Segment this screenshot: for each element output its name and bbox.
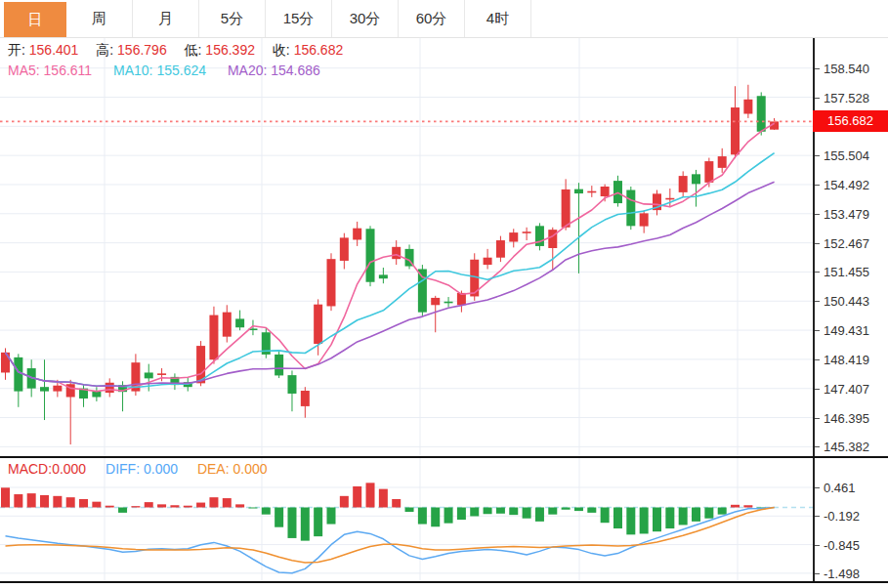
ma20-label: MA20: — [228, 63, 267, 78]
axis-label: 158.540 — [824, 61, 869, 75]
dea-label: DEA: — [197, 461, 230, 477]
axis-label: 149.431 — [824, 323, 869, 338]
axis-tick — [815, 330, 820, 331]
quote-row: 开: 156.401 高: 156.796 低: 156.392 收: 156.… — [8, 42, 357, 60]
axis-tick — [815, 272, 820, 273]
axis-label: 146.395 — [824, 410, 869, 425]
axis-tick — [815, 487, 820, 488]
diff-readout: DIFF: 0.000 — [106, 461, 178, 477]
tab-week[interactable]: 周 — [66, 0, 133, 37]
axis-label: 0.461 — [824, 481, 856, 495]
ma10-value: 155.624 — [156, 63, 206, 78]
ma20-readout: MA20: 154.686 — [228, 63, 320, 78]
macd-label: MACD: — [8, 461, 52, 477]
axis-label: 150.443 — [824, 294, 869, 309]
axis-tick — [815, 359, 820, 360]
axis-label: -0.845 — [824, 537, 860, 552]
bottom-border — [0, 581, 888, 583]
tab-m15[interactable]: 15分 — [266, 0, 332, 37]
dea-readout: DEA: 0.000 — [197, 461, 268, 477]
axis-label: 152.467 — [824, 235, 869, 250]
price-axis: 158.540157.528156.516155.504154.492153.4… — [813, 38, 888, 456]
axis-label: 145.382 — [824, 440, 869, 454]
axis-tick — [815, 98, 820, 99]
axis-label: -0.192 — [824, 509, 860, 524]
axis-tick — [815, 389, 820, 390]
diff-value: 0.000 — [144, 461, 178, 477]
axis-tick — [815, 185, 820, 186]
ma5-label: MA5: — [8, 63, 40, 78]
high-value: 156.796 — [117, 42, 167, 58]
ma5-value: 156.611 — [44, 63, 93, 78]
low-label: 低: — [185, 42, 202, 58]
candlestick-chart-pane[interactable] — [0, 38, 813, 457]
macd-axis: 0.461-0.192-0.845-1.498 — [813, 458, 888, 581]
macd-value: 0.000 — [52, 461, 86, 477]
axis-label: 155.504 — [824, 148, 869, 163]
axis-tick — [815, 516, 820, 517]
axis-tick — [815, 214, 820, 215]
macd-readout-row: MACD:0.000 DIFF: 0.000 DEA: 0.000 — [8, 461, 268, 477]
axis-tick — [815, 68, 820, 69]
open-label: 开: — [8, 42, 25, 58]
trading-chart-app: 日周月5分15分30分60分4时 开: 156.401 高: 156.796 低… — [0, 0, 888, 588]
tab-h4[interactable]: 4时 — [465, 0, 531, 37]
ma10-readout: MA10: 155.624 — [113, 63, 206, 78]
axis-tick — [815, 545, 820, 546]
diff-label: DIFF: — [106, 461, 140, 477]
axis-label: 157.528 — [824, 90, 869, 105]
ma-row: MA5: 156.611 MA10: 155.624 MA20: 154.686 — [8, 63, 320, 78]
axis-tick — [815, 155, 820, 156]
axis-label: 148.419 — [824, 352, 869, 366]
tab-m5[interactable]: 5分 — [199, 0, 266, 37]
axis-label: 151.455 — [824, 265, 869, 279]
axis-tick — [815, 243, 820, 244]
tab-m60[interactable]: 60分 — [399, 0, 465, 37]
last-price-tag: 156.682 — [813, 110, 888, 132]
tab-month[interactable]: 月 — [133, 0, 199, 37]
axis-label: 154.492 — [824, 177, 869, 191]
axis-tick — [815, 573, 820, 574]
ma5-readout: MA5: 156.611 — [8, 63, 92, 78]
axis-tick — [815, 418, 820, 419]
macd-readout: MACD:0.000 — [8, 461, 86, 477]
axis-label: 153.479 — [824, 206, 869, 221]
dea-value: 0.000 — [233, 461, 267, 477]
axis-label: 147.407 — [824, 381, 869, 396]
interval-tabbar: 日周月5分15分30分60分4时 — [0, 0, 888, 38]
close-value: 156.682 — [294, 42, 344, 58]
axis-tick — [815, 301, 820, 302]
tab-m30[interactable]: 30分 — [332, 0, 399, 37]
axis-label: -1.498 — [824, 566, 860, 580]
ma20-value: 154.686 — [271, 63, 320, 78]
close-label: 收: — [273, 42, 290, 58]
low-value: 156.392 — [205, 42, 255, 58]
open-value: 156.401 — [29, 42, 79, 58]
ma10-label: MA10: — [113, 63, 152, 78]
axis-tick — [815, 446, 820, 447]
high-label: 高: — [96, 42, 113, 58]
tab-day[interactable]: 日 — [4, 2, 66, 37]
